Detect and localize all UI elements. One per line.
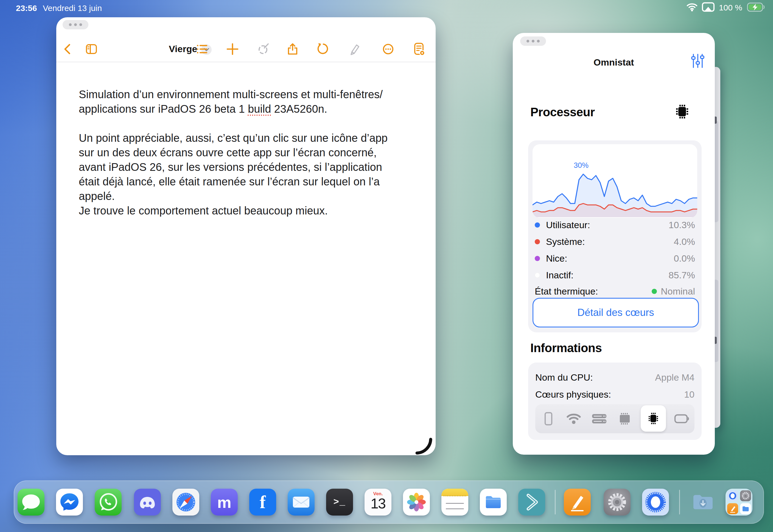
battery-percent: 100 % [719, 3, 742, 12]
chart-peak-label: 30% [574, 161, 589, 170]
stat-row-idle: Inactif: 85.7% [535, 269, 695, 281]
section-heading-cpu: Processeur [530, 105, 595, 119]
mini-omnistat-icon [727, 490, 738, 501]
date: Vendredi 13 juin [43, 4, 102, 13]
battery-icon[interactable] [672, 409, 692, 428]
facebook-glyph: f [249, 489, 276, 516]
wifi-icon[interactable] [564, 409, 583, 428]
legend-dot-user [535, 222, 540, 228]
thermal-status-dot [652, 289, 657, 294]
dock-app-files[interactable] [480, 489, 507, 516]
dock-app-messenger[interactable] [56, 489, 83, 516]
note-options-button[interactable] [412, 43, 425, 56]
dock-app-photos[interactable] [403, 489, 430, 516]
clock: 23:56 [16, 4, 37, 13]
note-line: appelé. [79, 189, 419, 203]
more-button[interactable] [382, 43, 395, 56]
terminal-glyph: >_ [326, 489, 353, 516]
dock-app-mail[interactable] [288, 489, 315, 516]
stat-row-user: Utilisateur: 10.3% [535, 219, 695, 231]
info-row-cores: Cœurs physiques: 10 [535, 388, 695, 400]
mastodon-glyph: m [211, 489, 238, 516]
stat-row-nice: Nice: 0.0% [535, 252, 695, 264]
dock-app-notes[interactable] [441, 489, 468, 516]
note-line: était déjà lancé, elle était ramenée sur… [79, 174, 419, 189]
core-detail-button[interactable]: Détail des cœurs [532, 298, 699, 327]
dock-recent-apps-group[interactable] [726, 489, 752, 516]
background-window-card [714, 121, 718, 222]
undo-button[interactable] [317, 43, 330, 56]
window-controls-pill[interactable] [520, 36, 546, 46]
legend-dot-system [535, 239, 540, 244]
dock-app-safari[interactable] [172, 489, 199, 516]
window-controls-pill[interactable] [63, 20, 88, 29]
calendar-day: 13 [365, 495, 391, 512]
note-line: Je trouve le comportement actuel beaucou… [79, 203, 419, 218]
battery-charging-icon [747, 2, 765, 13]
note-line: applications sur iPadOS 26 beta 1 build … [79, 102, 419, 116]
wifi-icon [687, 3, 698, 13]
note-line: avant iPadOS 26, sur les versions précéd… [79, 160, 419, 174]
cpu-chip-icon [674, 104, 690, 121]
background-window-edge[interactable] [714, 67, 720, 428]
toolbar-separator [56, 62, 436, 62]
legend-dot-idle [535, 273, 540, 278]
dock-app-calendar[interactable]: Ven. 13 [365, 489, 391, 516]
legend-dot-nice [535, 256, 540, 261]
mini-files-icon [740, 503, 751, 514]
note-line: Simulation d’un environnement multi-scre… [79, 87, 419, 102]
note-line: sur un des deux écrans ouvre cette app s… [79, 145, 419, 160]
mini-settings-icon [740, 490, 751, 501]
desktop-wallpaper: 23:56 Vendredi 13 juin 100 % [0, 0, 773, 532]
note-text-area[interactable]: Simulation d’un environnement multi-scre… [79, 87, 419, 218]
dock-app-messages[interactable] [18, 489, 44, 516]
settings-sliders-button[interactable] [690, 53, 706, 69]
gpu-chip-icon[interactable] [615, 409, 634, 428]
dock-divider [679, 490, 680, 514]
apple-intelligence-icon[interactable] [257, 43, 270, 56]
dock-downloads-folder[interactable] [690, 489, 717, 516]
info-row-cpu-name: Nom du CPU: Apple M4 [535, 371, 695, 383]
back-button[interactable] [61, 43, 74, 56]
cpu-card: 30% Utilisateur: 10.3% Système: 4.0% Nic… [528, 140, 702, 332]
add-button[interactable] [226, 43, 239, 56]
mini-pages-icon [727, 503, 738, 514]
dock-app-synology-drive[interactable] [518, 489, 545, 516]
memory-icon[interactable] [590, 409, 609, 428]
note-title[interactable]: Vierge [169, 44, 197, 54]
share-button[interactable] [286, 43, 299, 56]
device-icon[interactable] [538, 409, 558, 428]
sidebar-toggle-button[interactable] [85, 43, 98, 56]
screen-mirroring-icon [702, 2, 715, 13]
section-heading-info: Informations [530, 341, 602, 355]
dock-app-omnistat[interactable] [642, 489, 669, 516]
dock-app-mastodon[interactable]: m [211, 489, 238, 516]
note-line: Un point appréciable, aussi, c’est qu’un… [79, 131, 419, 145]
dock-app-settings[interactable] [604, 489, 631, 516]
window-resize-handle[interactable] [415, 438, 435, 459]
stat-row-system: Système: 4.0% [535, 236, 695, 248]
dock-app-whatsapp[interactable] [95, 489, 121, 516]
dock-app-discord[interactable] [134, 489, 161, 516]
omnistat-window: Omnistat Processeur 30% Utilisateur: 10.… [513, 33, 715, 455]
checklist-button[interactable] [196, 43, 209, 56]
notes-window: Vierge Simulation d’un envir [56, 17, 436, 455]
dock-app-pages[interactable] [564, 489, 591, 516]
markup-button[interactable] [349, 43, 362, 56]
status-bar: 23:56 Vendredi 13 juin 100 % [0, 0, 773, 15]
app-title: Omnistat [513, 57, 715, 68]
dock-app-facebook[interactable]: f [249, 489, 276, 516]
background-window-card [714, 280, 718, 362]
misspelled-word: build [248, 103, 271, 115]
metric-tab-bar [535, 404, 695, 433]
stat-row-thermal: État thermique: Nominal [535, 285, 695, 297]
cpu-usage-chart: 30% [532, 144, 697, 218]
dock-app-terminal[interactable]: >_ [326, 489, 353, 516]
cpu-chip-tab-selected[interactable] [641, 405, 666, 432]
info-card: Nom du CPU: Apple M4 Cœurs physiques: 10 [528, 363, 702, 440]
dock-divider [555, 490, 555, 514]
